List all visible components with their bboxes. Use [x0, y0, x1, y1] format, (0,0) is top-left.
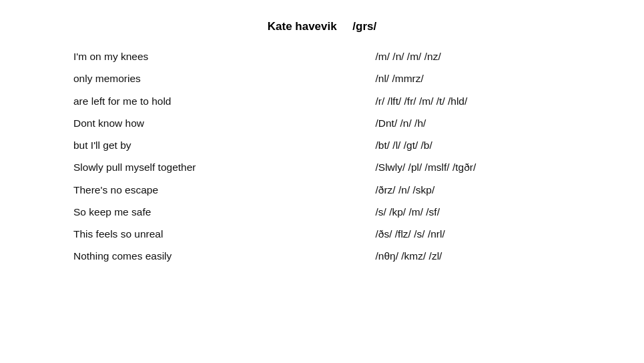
- header-title: Kate havevik: [268, 20, 337, 33]
- lyric-text-5: Slowly pull myself together: [20, 156, 322, 178]
- lyric-text-3: Dont know how: [20, 112, 322, 134]
- phonetic-text-6: /ðrz/ /n/ /skp/: [322, 179, 625, 201]
- lyrics-table: I'm on my knees/m/ /n/ /m/ /nz/only memo…: [20, 45, 624, 268]
- phonetic-text-4: /bt/ /l/ /gt/ /b/: [322, 134, 625, 156]
- page-container: Kate havevik /grs/ I'm on my knees/m/ /n…: [0, 0, 644, 363]
- lyric-row: Nothing comes easily/nθŋ/ /kmz/ /zl/: [20, 245, 624, 267]
- phonetic-text-2: /r/ /lft/ /fr/ /m/ /t/ /hld/: [322, 90, 625, 112]
- page-header: Kate havevik /grs/: [20, 13, 624, 33]
- phonetic-text-8: /ðs/ /flz/ /s/ /nrl/: [322, 223, 625, 245]
- header-subtitle: /grs/: [352, 20, 376, 33]
- phonetic-text-5: /Slwly/ /pl/ /mslf/ /tgðr/: [322, 156, 625, 178]
- lyric-text-1: only memories: [20, 67, 322, 89]
- phonetic-text-7: /s/ /kp/ /m/ /sf/: [322, 201, 625, 223]
- lyric-text-0: I'm on my knees: [20, 45, 322, 67]
- lyric-row: Slowly pull myself together/Slwly/ /pl/ …: [20, 156, 624, 178]
- lyric-text-2: are left for me to hold: [20, 90, 322, 112]
- phonetic-text-9: /nθŋ/ /kmz/ /zl/: [322, 245, 625, 267]
- lyric-row: Dont know how/Dnt/ /n/ /h/: [20, 112, 624, 134]
- phonetic-text-1: /nl/ /mmrz/: [322, 67, 625, 89]
- lyric-row: only memories/nl/ /mmrz/: [20, 67, 624, 89]
- lyric-row: but I'll get by/bt/ /l/ /gt/ /b/: [20, 134, 624, 156]
- lyric-text-4: but I'll get by: [20, 134, 322, 156]
- phonetic-text-3: /Dnt/ /n/ /h/: [322, 112, 625, 134]
- phonetic-text-0: /m/ /n/ /m/ /nz/: [322, 45, 625, 67]
- lyric-row: There's no escape/ðrz/ /n/ /skp/: [20, 179, 624, 201]
- lyric-row: This feels so unreal/ðs/ /flz/ /s/ /nrl/: [20, 223, 624, 245]
- lyric-text-9: Nothing comes easily: [20, 245, 322, 267]
- lyric-row: are left for me to hold/r/ /lft/ /fr/ /m…: [20, 90, 624, 112]
- lyric-text-6: There's no escape: [20, 179, 322, 201]
- lyric-row: So keep me safe/s/ /kp/ /m/ /sf/: [20, 201, 624, 223]
- lyric-row: I'm on my knees/m/ /n/ /m/ /nz/: [20, 45, 624, 67]
- lyric-text-7: So keep me safe: [20, 201, 322, 223]
- lyric-text-8: This feels so unreal: [20, 223, 322, 245]
